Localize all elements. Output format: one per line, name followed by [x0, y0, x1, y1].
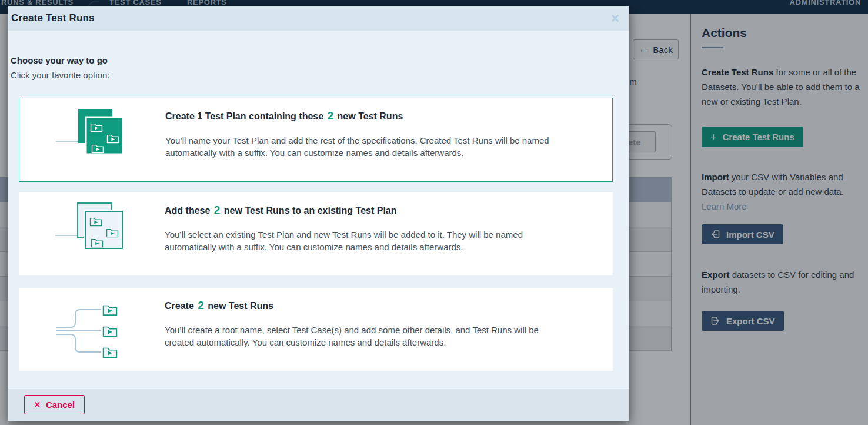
- test-plan-filled-icon: [19, 98, 165, 181]
- run-count: 2: [213, 204, 222, 216]
- test-plan-outline-icon: [19, 192, 165, 275]
- modal-footer: ✕ Cancel: [8, 389, 629, 421]
- option-create-test-runs[interactable]: Create 2 new Test Runs You’ll create a r…: [19, 288, 613, 371]
- option-description: You’ll select an existing Test Plan and …: [165, 228, 567, 253]
- option-description: You’ll name your Test Plan and add the r…: [165, 134, 568, 159]
- create-test-runs-modal: Create Test Runs ✕ Choose your way to go…: [8, 6, 629, 421]
- modal-body: Choose your way to go Click your favorit…: [8, 31, 629, 389]
- cancel-button[interactable]: ✕ Cancel: [24, 395, 85, 414]
- close-icon[interactable]: ✕: [610, 12, 620, 25]
- modal-title: Create Test Runs: [11, 12, 95, 24]
- option-create-test-plan[interactable]: Create 1 Test Plan containing these 2 ne…: [19, 98, 613, 182]
- option-title: Create 1 Test Plan containing these 2 ne…: [165, 109, 568, 122]
- option-add-to-existing-plan[interactable]: Add these 2 new Test Runs to an existing…: [19, 192, 613, 275]
- cancel-label: Cancel: [46, 400, 75, 410]
- intro-heading: Choose your way to go: [11, 55, 109, 65]
- option-title: Create 2 new Test Runs: [165, 299, 567, 312]
- run-count: 2: [196, 299, 205, 311]
- option-description: You’ll create a root name, select Test C…: [165, 324, 567, 348]
- intro-subtext: Click your favorite option:: [11, 70, 109, 80]
- option-title: Add these 2 new Test Runs to an existing…: [165, 204, 567, 217]
- run-count: 2: [326, 109, 335, 122]
- test-runs-tree-icon: [19, 288, 165, 371]
- modal-intro: Choose your way to go Click your favorit…: [11, 55, 109, 80]
- cancel-x-icon: ✕: [34, 400, 41, 409]
- modal-header: Create Test Runs ✕: [8, 6, 629, 31]
